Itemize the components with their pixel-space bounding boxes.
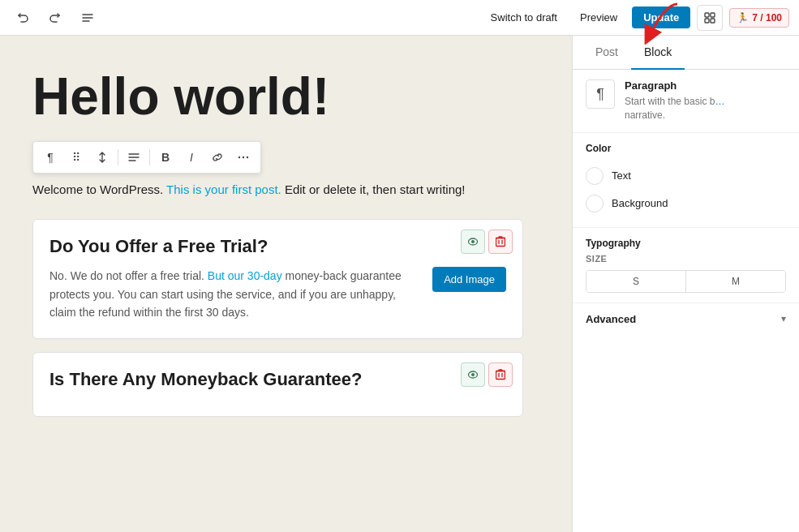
block-type-button[interactable]: ¶ bbox=[38, 145, 62, 169]
color-bg-circle bbox=[586, 195, 604, 212]
faq-card-2-title[interactable]: Is There Any Moneyback Guarantee? bbox=[49, 369, 506, 390]
svg-point-11 bbox=[243, 157, 244, 158]
sidebar: Post Block ¶ Paragraph Start with the ba… bbox=[572, 36, 799, 532]
faq-card-1-text[interactable]: No. We do not offer a free trial. But ou… bbox=[49, 267, 423, 321]
color-section: Color Text Background bbox=[573, 133, 799, 228]
size-m-button[interactable]: M bbox=[686, 271, 785, 292]
svg-rect-21 bbox=[496, 371, 505, 379]
block-desc-highlight: … bbox=[715, 96, 724, 107]
typography-title: Typography bbox=[586, 238, 786, 249]
sidebar-tabs: Post Block bbox=[573, 36, 799, 70]
size-s-button[interactable]: S bbox=[586, 271, 686, 292]
color-section-title: Color bbox=[586, 143, 786, 154]
paragraph-text[interactable]: Welcome to WordPress. This is your first… bbox=[32, 180, 523, 200]
svg-rect-3 bbox=[705, 13, 709, 17]
more-options-button[interactable] bbox=[231, 145, 256, 169]
svg-point-12 bbox=[247, 157, 248, 158]
faq-card-1-highlight: But our 30-day bbox=[208, 269, 282, 282]
block-toolbar: ¶ ⠿ B I bbox=[32, 141, 261, 174]
italic-button[interactable]: I bbox=[179, 145, 204, 169]
size-buttons: S M bbox=[586, 270, 786, 293]
faq-card-2-delete-button[interactable] bbox=[488, 363, 513, 387]
advanced-header[interactable]: Advanced ▾ bbox=[586, 313, 786, 325]
bold-button[interactable]: B bbox=[153, 145, 178, 169]
color-bg-row: Background bbox=[586, 190, 786, 217]
color-text-circle bbox=[586, 167, 604, 185]
word-count-badge: 🏃 7 / 100 bbox=[729, 8, 789, 28]
svg-point-14 bbox=[471, 240, 475, 243]
svg-rect-15 bbox=[496, 238, 505, 247]
highlighted-text: This is your first post. bbox=[166, 182, 281, 196]
svg-point-20 bbox=[471, 373, 475, 376]
list-view-button[interactable] bbox=[75, 5, 101, 31]
block-name: Paragraph bbox=[625, 79, 724, 92]
faq-card-2-eye-button[interactable] bbox=[461, 363, 485, 387]
faq-card-2-actions bbox=[461, 363, 513, 387]
faq-card-1-actions bbox=[461, 230, 513, 254]
block-section: ¶ Paragraph Start with the basic b… narr… bbox=[573, 70, 799, 133]
top-bar: Switch to draft Preview Update 🏃 7 / 100 bbox=[0, 0, 799, 36]
settings-button[interactable] bbox=[697, 5, 723, 31]
color-text-label: Text bbox=[612, 169, 631, 182]
svg-point-10 bbox=[238, 157, 240, 158]
faq-card-1-eye-button[interactable] bbox=[461, 230, 485, 254]
size-label: SIZE bbox=[586, 254, 786, 264]
faq-card-1: Do You Offer a Free Trial? No. We do not… bbox=[32, 219, 523, 338]
preview-button[interactable]: Preview bbox=[572, 6, 625, 28]
switch-to-draft-button[interactable]: Switch to draft bbox=[483, 6, 565, 28]
color-bg-label: Background bbox=[612, 197, 668, 209]
faq-card-2: Is There Any Moneyback Guarantee? bbox=[32, 352, 523, 417]
tab-block[interactable]: Block bbox=[631, 36, 685, 70]
link-button[interactable] bbox=[205, 145, 230, 169]
undo-button[interactable] bbox=[10, 5, 36, 31]
top-bar-right: Switch to draft Preview Update 🏃 7 / 100 bbox=[483, 5, 789, 31]
faq-card-1-content: No. We do not offer a free trial. But ou… bbox=[49, 267, 506, 321]
typography-section: Typography SIZE S M bbox=[573, 228, 799, 303]
block-desc-after: narrative. bbox=[625, 109, 665, 121]
faq-card-1-delete-button[interactable] bbox=[488, 230, 513, 254]
block-info: Paragraph Start with the basic b… narrat… bbox=[625, 79, 724, 122]
main-area: Hello world! ¶ ⠿ B I Welcome to WordP bbox=[0, 36, 799, 532]
redo-button[interactable] bbox=[42, 5, 68, 31]
svg-rect-4 bbox=[711, 13, 715, 17]
word-count-text: 7 / 100 bbox=[752, 12, 782, 24]
faq-card-1-title[interactable]: Do You Offer a Free Trial? bbox=[49, 236, 506, 257]
post-title[interactable]: Hello world! bbox=[32, 68, 523, 125]
update-button[interactable]: Update bbox=[632, 6, 690, 28]
block-description: Start with the basic b… narrative. bbox=[625, 95, 724, 122]
color-text-row: Text bbox=[586, 162, 786, 190]
word-count-icon: 🏃 bbox=[737, 12, 749, 24]
block-drag-button[interactable]: ⠿ bbox=[64, 145, 88, 169]
editor-area[interactable]: Hello world! ¶ ⠿ B I Welcome to WordP bbox=[0, 36, 572, 532]
advanced-title: Advanced bbox=[586, 313, 636, 325]
block-desc-before: Start with the basic b bbox=[625, 96, 715, 107]
block-icon: ¶ bbox=[586, 79, 615, 109]
svg-rect-6 bbox=[711, 19, 715, 23]
tab-post[interactable]: Post bbox=[582, 36, 631, 70]
add-image-button[interactable]: Add Image bbox=[432, 267, 506, 292]
advanced-section: Advanced ▾ bbox=[573, 303, 799, 335]
svg-rect-5 bbox=[705, 19, 709, 23]
block-align-button[interactable] bbox=[122, 145, 146, 169]
chevron-down-icon: ▾ bbox=[781, 313, 786, 324]
block-move-button[interactable] bbox=[90, 145, 114, 169]
